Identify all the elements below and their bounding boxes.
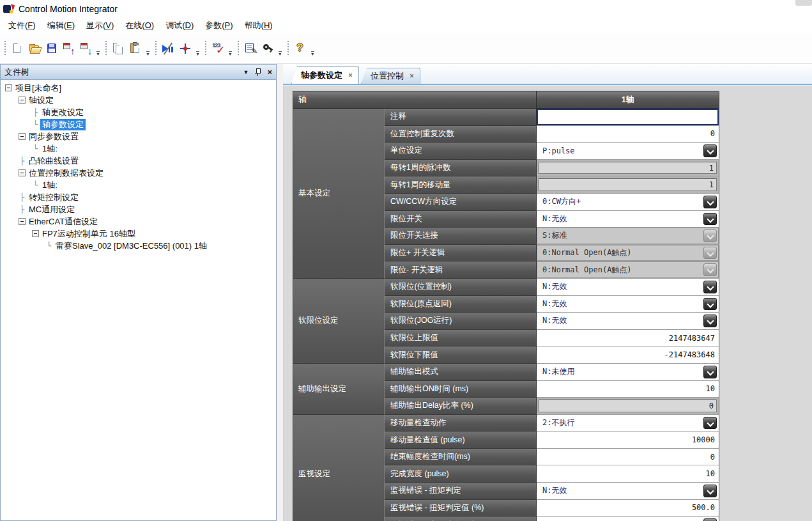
menu-f[interactable]: 文件(F) (3, 18, 42, 33)
toolbar-grip[interactable] (105, 41, 108, 56)
chevron-down-icon[interactable] (703, 366, 717, 378)
toolbar-grip[interactable] (3, 41, 6, 56)
tab-label: 位置控制 (371, 70, 404, 82)
menu-p[interactable]: 参数(P) (199, 18, 238, 33)
dropdown[interactable]: N:无效 (537, 483, 719, 500)
group-cell: 基本设定 (293, 109, 385, 279)
dropdown[interactable]: P:pulse (537, 143, 719, 160)
param-label: 监视错误 - 扭矩判定 (385, 483, 537, 500)
toolbar-overflow-icon[interactable]: ▼ (227, 40, 234, 57)
tool-key-icon (261, 42, 274, 55)
save-upload-button[interactable]: ↑ (60, 40, 77, 57)
tool-key-button[interactable] (259, 40, 277, 57)
chevron-down-icon[interactable] (703, 518, 717, 521)
panel-splitter[interactable] (277, 64, 283, 521)
copy-button[interactable] (110, 40, 127, 57)
chevron-down-icon[interactable] (703, 298, 717, 311)
value-input-disabled: 0 (537, 398, 719, 415)
value-input[interactable]: 0 (537, 449, 719, 466)
tree-item-8[interactable]: 1轴: (40, 180, 59, 191)
chevron-down-icon[interactable] (703, 213, 717, 226)
toolbar-grip[interactable] (204, 41, 208, 56)
tree-item-10[interactable]: MC通用设定 (27, 204, 77, 215)
paste-button[interactable] (127, 40, 144, 57)
tree-item-11[interactable]: EtherCAT通信设定 (27, 216, 100, 228)
dropdown-value: S:标准 (542, 230, 567, 241)
help-button[interactable]: ? (292, 40, 309, 57)
toolbar-overflow-icon[interactable]: ▼ (144, 40, 151, 57)
tree-item-5[interactable]: 1轴: (40, 143, 59, 155)
table-header-axis-label: 轴 (293, 91, 537, 109)
value-input[interactable]: 0 (537, 126, 719, 143)
pin-icon[interactable] (255, 68, 261, 77)
param-check-button[interactable]: 123✓ (210, 40, 227, 57)
toolbar-grip[interactable] (155, 41, 158, 56)
chevron-down-icon[interactable] (703, 315, 717, 327)
save-download-button[interactable]: ↓ (77, 40, 95, 57)
dropdown[interactable]: N:无效 (537, 517, 719, 521)
tree-expander-icon[interactable] (31, 230, 40, 237)
dropdown[interactable]: N:未使用 (537, 364, 719, 381)
tree-expander-icon[interactable] (17, 218, 27, 225)
toolbar-overflow-icon[interactable]: ▼ (277, 40, 284, 57)
tree-expander-icon[interactable] (17, 97, 27, 104)
tree-expander-icon[interactable] (17, 169, 27, 176)
chevron-down-icon[interactable] (703, 485, 717, 497)
tree-item-3[interactable]: 轴参数设定 (40, 119, 86, 130)
tab-close-icon[interactable]: × (410, 72, 414, 81)
toolbar-grip[interactable] (237, 41, 240, 56)
value-input[interactable]: -2147483648 (537, 346, 719, 364)
menu-h[interactable]: 帮助(H) (239, 18, 279, 33)
tree-item-13[interactable]: 雷赛Slave_002 [DM3C-EC556] (001) 1轴 (54, 240, 209, 252)
panel-menu-icon[interactable]: ▼ (243, 69, 249, 75)
comment-input[interactable] (537, 109, 719, 126)
dropdown[interactable]: N:无效 (537, 313, 719, 330)
value-input[interactable]: 10 (537, 381, 719, 398)
menu-e[interactable]: 编辑(E) (42, 18, 80, 33)
new-file-button[interactable] (8, 40, 26, 57)
chevron-down-icon[interactable] (703, 417, 717, 430)
chevron-down-icon[interactable] (703, 144, 717, 157)
value-input[interactable]: 500.0 (537, 500, 719, 517)
chevron-down-icon[interactable] (703, 281, 717, 293)
save-button[interactable] (43, 40, 60, 57)
servo-monitor-button[interactable] (177, 40, 194, 57)
dropdown-value: N:无效 (542, 315, 567, 326)
menu-d[interactable]: 调试(D) (160, 18, 199, 33)
tree-row: 同步参数设置 (1, 130, 276, 143)
menu-v[interactable]: 显示(V) (80, 18, 119, 33)
toolbar-overflow-icon[interactable]: ▼ (309, 40, 316, 57)
dropdown[interactable]: 2:不执行 (537, 415, 719, 432)
tree-item-4[interactable]: 同步参数设置 (27, 131, 80, 143)
menu-o[interactable]: 在线(O) (119, 18, 160, 33)
tree-item-2[interactable]: 轴更改设定 (40, 107, 86, 118)
run-pause-button[interactable] (160, 40, 177, 57)
edit-data-button[interactable]: ✎ (242, 40, 259, 57)
tab-close-icon[interactable]: × (348, 71, 353, 80)
tree-item-1[interactable]: 轴设定 (27, 95, 56, 106)
toolbar-overflow-icon[interactable]: ▼ (194, 40, 201, 57)
tree-item-9[interactable]: 转矩控制设定 (27, 192, 80, 203)
close-panel-icon[interactable]: × (267, 68, 272, 76)
tree-item-7[interactable]: 位置控制数据表设定 (27, 167, 105, 179)
value-input[interactable]: 2147483647 (537, 330, 719, 347)
tree-expander-icon[interactable] (4, 84, 13, 91)
toolbar-overflow-icon[interactable]: ▼ (95, 40, 102, 57)
tree-expander-icon[interactable] (17, 133, 27, 140)
tree-item-12[interactable]: FP7运动控制单元 16轴型 (40, 228, 137, 240)
value-input[interactable]: 10 (537, 465, 719, 483)
chevron-down-icon[interactable] (703, 196, 717, 208)
open-folder-button[interactable] (26, 40, 43, 57)
tab-1[interactable]: 位置控制× (361, 68, 420, 84)
value-input[interactable]: 10000 (537, 432, 719, 449)
dropdown[interactable]: N:无效 (537, 279, 719, 296)
tab-0[interactable]: 轴参数设定× (291, 66, 359, 84)
tree-item-0[interactable]: 项目[未命名] (13, 82, 63, 94)
dropdown[interactable]: 0:CW方向+ (537, 194, 719, 211)
dropdown[interactable]: N:无效 (537, 211, 719, 228)
file-tree-title: 文件树 (4, 66, 236, 78)
toolbar-grip[interactable] (287, 41, 290, 56)
dropdown[interactable]: N:无效 (537, 296, 719, 313)
dropdown-value: N:无效 (542, 281, 567, 292)
tree-item-6[interactable]: 凸轮曲线设置 (27, 155, 80, 167)
